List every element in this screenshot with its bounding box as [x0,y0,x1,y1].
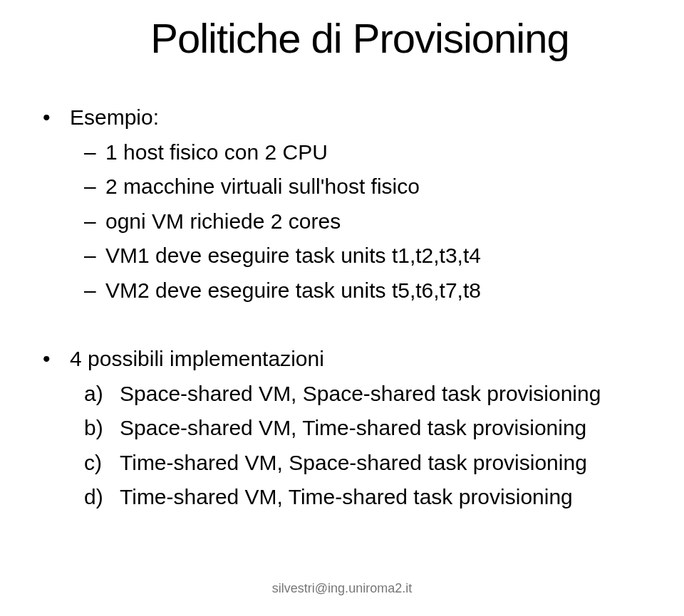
letter-marker: d) [84,481,120,514]
list-item: – 2 macchine virtuali sull'host fisico [43,170,641,204]
list-item-text: Space-shared VM, Time-shared task provis… [120,412,586,445]
dash-marker: – [84,205,105,239]
section-header-text: Esempio: [70,101,159,135]
letter-marker: b) [84,412,120,445]
list-item-text: Time-shared VM, Time-shared task provisi… [120,481,573,514]
bullet-marker: • [43,101,70,135]
list-item: c) Time-shared VM, Space-shared task pro… [84,447,641,480]
list-item: a) Space-shared VM, Space-shared task pr… [84,377,641,411]
list-item-text: 1 host fisico con 2 CPU [105,136,328,169]
section-esempio: • Esempio: [43,101,641,135]
letter-marker: c) [84,447,120,480]
content-body: • Esempio: – 1 host fisico con 2 CPU – 2… [43,101,641,514]
list-item: d) Time-shared VM, Time-shared task prov… [84,481,641,514]
list-item: – ogni VM richiede 2 cores [43,205,641,239]
footer-email: silvestri@ing.uniroma2.it [0,581,684,596]
list-item: – 1 host fisico con 2 CPU [43,136,641,169]
section-implementazioni: • 4 possibili implementazioni [43,343,641,376]
list-item-text: VM2 deve eseguire task units t5,t6,t7,t8 [105,274,481,308]
dash-marker: – [84,274,105,308]
section-header-text: 4 possibili implementazioni [70,343,324,376]
letter-list: a) Space-shared VM, Space-shared task pr… [43,377,641,514]
list-item-text: 2 macchine virtuali sull'host fisico [105,170,420,204]
dash-marker: – [84,239,105,273]
list-item: b) Space-shared VM, Time-shared task pro… [84,412,641,445]
list-item: – VM1 deve eseguire task units t1,t2,t3,… [43,239,641,273]
dash-marker: – [84,170,105,204]
list-item-text: Time-shared VM, Space-shared task provis… [120,447,587,480]
letter-marker: a) [84,377,120,411]
list-item-text: Space-shared VM, Space-shared task provi… [120,377,601,411]
page-title: Politiche di Provisioning [78,14,641,62]
list-item-text: ogni VM richiede 2 cores [105,205,341,239]
dash-marker: – [84,136,105,169]
list-item: – VM2 deve eseguire task units t5,t6,t7,… [43,274,641,308]
bullet-marker: • [43,343,70,376]
spacer [43,308,641,343]
list-item-text: VM1 deve eseguire task units t1,t2,t3,t4 [105,239,481,273]
